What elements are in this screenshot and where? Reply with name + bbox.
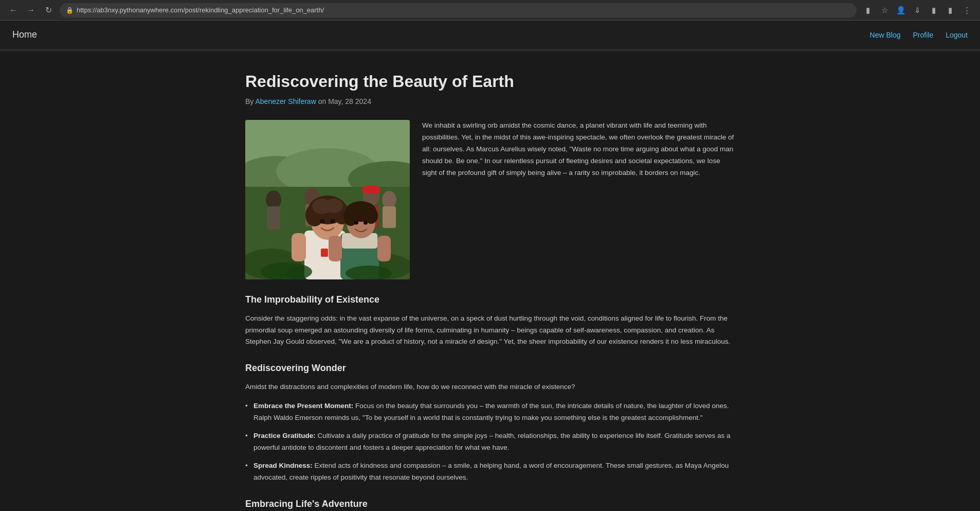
bullet-item-1: Embrace the Present Moment: Focus on the…: [245, 400, 735, 424]
navbar-links: New Blog Profile Logout: [870, 31, 968, 39]
browser-controls: ← → ↻: [6, 3, 56, 17]
bullet3-text: Extend acts of kindness and compassion –…: [253, 462, 729, 481]
svg-rect-40: [377, 236, 391, 261]
back-button[interactable]: ←: [6, 3, 21, 17]
svg-rect-39: [329, 236, 342, 261]
svg-rect-14: [362, 187, 380, 193]
browser-actions: ▮ ☆ 👤 ⇓ ▮ ▮ ⋮: [861, 3, 974, 17]
bullet-item-2: Practice Gratitude: Cultivate a daily pr…: [245, 430, 735, 454]
bullet-list: Embrace the Present Moment: Focus on the…: [245, 400, 735, 484]
url-text: https://ab3nxy.pythonanywhere.com/post/r…: [77, 6, 324, 14]
intro-text: We inhabit a swirling orb amidst the cos…: [422, 120, 735, 179]
profile-link[interactable]: Profile: [913, 31, 933, 39]
extensions-icon[interactable]: ▮: [927, 3, 941, 17]
download-icon[interactable]: ⇓: [910, 3, 924, 17]
refresh-button[interactable]: ↻: [41, 3, 56, 17]
section1-text: Consider the staggering odds: in the vas…: [245, 313, 735, 348]
menu-icon[interactable]: ⋮: [959, 3, 974, 17]
svg-point-37: [354, 221, 358, 225]
post-title: Rediscovering the Beauty of Earth: [245, 72, 735, 91]
post-body: The Improbability of Existence Consider …: [245, 292, 735, 511]
post-meta: By Abenezer Shiferaw on May, 28 2024: [245, 97, 735, 105]
profile-icon[interactable]: 👤: [894, 3, 908, 17]
svg-point-38: [364, 221, 368, 225]
screenshot-icon[interactable]: ▮: [861, 3, 875, 17]
svg-rect-29: [292, 233, 306, 261]
bullet2-label: Practice Gratitude:: [253, 432, 316, 439]
first-paragraph: We inhabit a swirling orb amidst the cos…: [422, 120, 735, 279]
post-date: May, 28 2024: [328, 97, 371, 105]
section1-heading: The Improbability of Existence: [245, 292, 735, 308]
section3-heading: Embracing Life's Adventure: [245, 496, 735, 511]
svg-rect-16: [383, 206, 396, 228]
logout-link[interactable]: Logout: [946, 31, 968, 39]
bullet2-text: Cultivate a daily practice of gratitude …: [253, 432, 730, 451]
svg-rect-20: [321, 249, 328, 257]
address-bar[interactable]: 🔒 https://ab3nxy.pythonanywhere.com/post…: [60, 3, 857, 17]
bullet-item-3: Spread Kindness: Extend acts of kindness…: [245, 460, 735, 484]
svg-point-9: [266, 190, 281, 209]
content-with-image: We inhabit a swirling orb amidst the cos…: [245, 120, 735, 279]
post-image: [245, 120, 410, 279]
brand-link[interactable]: Home: [12, 29, 37, 40]
post-image-svg: [245, 120, 410, 279]
svg-rect-10: [267, 206, 280, 230]
navbar: Home New Blog Profile Logout: [0, 21, 980, 49]
meta-suffix: on: [318, 97, 328, 105]
svg-point-26: [324, 199, 343, 213]
svg-point-15: [382, 191, 396, 208]
meta-prefix: By: [245, 97, 253, 105]
new-blog-link[interactable]: New Blog: [870, 31, 901, 39]
author-link[interactable]: Abenezer Shiferaw: [255, 97, 316, 105]
bullet1-label: Embrace the Present Moment:: [253, 402, 353, 410]
bullet3-label: Spread Kindness:: [253, 462, 313, 469]
section2-intro: Amidst the distractions and complexities…: [245, 381, 735, 393]
svg-point-28: [330, 219, 335, 223]
svg-point-27: [320, 219, 325, 223]
bookmark-icon[interactable]: ☆: [877, 3, 892, 17]
forward-button[interactable]: →: [24, 3, 38, 17]
lock-icon: 🔒: [66, 7, 74, 14]
browser-chrome: ← → ↻ 🔒 https://ab3nxy.pythonanywhere.co…: [0, 0, 980, 21]
main-content: Rediscovering the Beauty of Earth By Abe…: [233, 51, 747, 511]
shield-icon[interactable]: ▮: [943, 3, 957, 17]
section2-heading: Rediscovering Wonder: [245, 360, 735, 376]
